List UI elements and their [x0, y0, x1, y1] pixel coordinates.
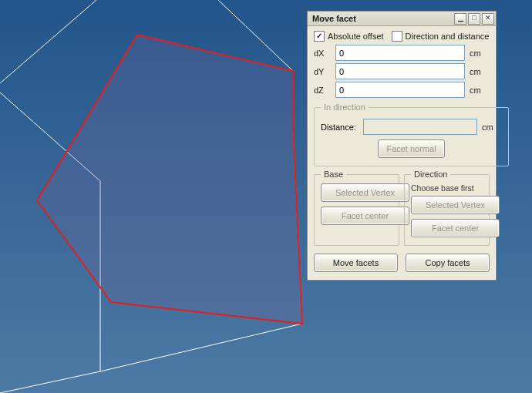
direction-distance-checkbox[interactable]: [392, 31, 402, 42]
direction-distance-label: Direction and distance: [406, 32, 490, 41]
absolute-offset-checkbox[interactable]: [314, 31, 325, 42]
svg-line-5: [100, 324, 302, 371]
dy-unit: cm: [465, 67, 490, 76]
direction-group: Direction Choose base first Selected Ver…: [404, 170, 490, 246]
close-button[interactable]: ✕: [482, 13, 494, 25]
move-facets-button[interactable]: Move facets: [314, 254, 398, 272]
svg-line-4: [0, 371, 100, 393]
copy-facets-button[interactable]: Copy facets: [406, 254, 490, 272]
base-facet-center-button: Facet center: [321, 207, 409, 225]
dx-unit: cm: [465, 49, 490, 58]
dx-input[interactable]: [335, 45, 465, 61]
facet-normal-button: Facet normal: [378, 139, 444, 158]
dz-label: dZ: [314, 86, 335, 95]
dialog-title: Move facet: [308, 14, 454, 23]
svg-marker-7: [37, 35, 302, 324]
distance-unit: cm: [477, 123, 502, 132]
absolute-offset-label: Absolute offset: [328, 32, 384, 41]
svg-line-1: [0, 0, 96, 83]
distance-input: [363, 119, 477, 135]
base-legend: Base: [321, 170, 346, 179]
dx-label: dX: [314, 49, 335, 58]
dialog-titlebar[interactable]: Move facet ▁ □ ✕: [308, 12, 496, 26]
direction-selected-vertex-button: Selected Vertex: [411, 196, 500, 214]
dy-input[interactable]: [335, 63, 465, 79]
dy-label: dY: [314, 67, 335, 76]
distance-label: Distance:: [321, 123, 363, 132]
direction-note: Choose base first: [411, 183, 483, 193]
base-group: Base Selected Vertex Facet center: [314, 170, 399, 246]
maximize-button[interactable]: □: [468, 13, 480, 25]
base-selected-vertex-button: Selected Vertex: [321, 183, 409, 202]
direction-legend: Direction: [411, 170, 450, 179]
dz-input[interactable]: [335, 82, 465, 98]
in-direction-legend: In direction: [321, 102, 369, 112]
direction-facet-center-button: Facet center: [411, 219, 500, 237]
move-facet-dialog: Move facet ▁ □ ✕ Absolute offset Directi…: [307, 11, 497, 280]
in-direction-group: In direction Distance: cm Facet normal: [314, 102, 509, 166]
dz-unit: cm: [465, 86, 490, 95]
minimize-button[interactable]: ▁: [454, 13, 466, 25]
